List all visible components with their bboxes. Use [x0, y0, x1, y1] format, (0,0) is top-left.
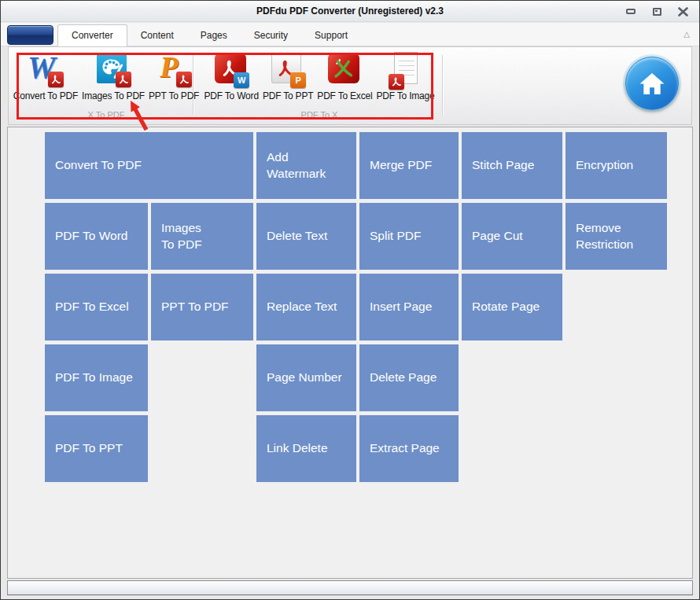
pdf-red-icon [328, 53, 359, 83]
tab-strip: ConverterContentPagesSecuritySupport [57, 24, 361, 46]
tool-convert-to-pdf[interactable]: WConvert To PDF [13, 52, 78, 101]
tab-security[interactable]: Security [241, 24, 301, 46]
window-title: PDFdu PDF Converter (Unregistered) v2.3 [1, 1, 699, 22]
grid-button-merge-pdf[interactable]: Merge PDF [359, 132, 459, 199]
tool-label: PPT To PDF [149, 90, 199, 101]
images-to-pdf-icon [95, 52, 131, 90]
minimize-icon [626, 9, 636, 14]
word-to-pdf-icon: W [28, 52, 64, 90]
pdf-badge-icon [116, 72, 131, 87]
restore-icon [653, 8, 661, 16]
status-bar [7, 580, 693, 595]
tab-converter[interactable]: Converter [57, 24, 127, 46]
grid-button-insert-page[interactable]: Insert Page [359, 274, 459, 340]
grid-button-images-to-pdf[interactable]: Images To PDF [151, 203, 253, 270]
group-label: PDF To X [199, 110, 440, 120]
ribbon-toolbar: WConvert To PDFImages To PDFPPPT To PDFX… [8, 46, 692, 125]
title-bar: PDFdu PDF Converter (Unregistered) v2.3 [1, 1, 699, 22]
pdf-to-excel-icon [326, 52, 363, 90]
grid-button-stitch-page[interactable]: Stitch Page [462, 132, 562, 199]
tool-label: Convert To PDF [13, 90, 78, 101]
pdf-to-ppt-icon: P [270, 52, 306, 90]
grid-button-ppt-to-pdf[interactable]: PPT To PDF [151, 274, 253, 340]
tab-support[interactable]: Support [301, 24, 361, 46]
restore-button[interactable] [650, 6, 664, 17]
grid-button-remove-restriction[interactable]: Remove Restriction [566, 203, 667, 270]
tool-pdf-to-excel[interactable]: PDF To Excel [317, 52, 372, 101]
minimize-button[interactable] [624, 6, 638, 17]
grid-button-rotate-page[interactable]: Rotate Page [462, 274, 562, 340]
ribbon-tools: WConvert To PDFImages To PDFPPPT To PDF [17, 52, 196, 101]
main-panel: Convert To PDFAdd WatermarkMerge PDFStit… [7, 127, 693, 579]
grid-button-delete-text[interactable]: Delete Text [256, 203, 356, 270]
grid-button-pdf-to-word[interactable]: PDF To Word [45, 203, 148, 270]
group-label: X To PDF [17, 110, 196, 120]
grid-button-convert-to-pdf[interactable]: Convert To PDF [45, 132, 253, 199]
powerpoint-p-icon: P [160, 50, 178, 84]
ppt-badge-icon: P [290, 72, 306, 88]
grid-button-page-cut[interactable]: Page Cut [462, 203, 562, 270]
home-button[interactable] [625, 57, 679, 110]
close-icon [678, 7, 688, 17]
tool-label: Images To PDF [82, 90, 145, 101]
grid-button-pdf-to-image[interactable]: PDF To Image [45, 344, 148, 411]
ribbon-tools: WPDF To WordPPDF To PPTPDF To ExcelPDF T… [199, 52, 440, 101]
grid-button-encryption[interactable]: Encryption [566, 132, 667, 199]
tool-pdf-to-word[interactable]: WPDF To Word [204, 52, 258, 101]
tool-label: PDF To PPT [263, 90, 313, 101]
tool-pdf-to-ppt[interactable]: PPDF To PPT [263, 52, 313, 101]
word-badge-icon: W [234, 72, 249, 88]
tool-label: PDF To Excel [317, 90, 372, 101]
ribbon-group-pdf-to-x: WPDF To WordPPDF To PPTPDF To ExcelPDF T… [199, 52, 440, 121]
tab-content[interactable]: Content [127, 24, 187, 46]
tool-images-to-pdf[interactable]: Images To PDF [82, 52, 145, 101]
home-icon [638, 72, 666, 96]
tool-pdf-to-image[interactable]: PDF To Image [376, 52, 434, 101]
pdf-badge-icon [48, 72, 64, 87]
tool-label: PDF To Word [204, 90, 258, 101]
file-orb-button[interactable] [7, 25, 53, 45]
function-grid: Convert To PDFAdd WatermarkMerge PDFStit… [45, 132, 667, 482]
excel-swoosh-icon [332, 57, 356, 80]
tab-pages[interactable]: Pages [187, 24, 241, 46]
tool-label: PDF To Image [376, 90, 434, 101]
grid-button-replace-text[interactable]: Replace Text [256, 274, 356, 340]
window-controls [624, 6, 690, 17]
grid-button-pdf-to-excel[interactable]: PDF To Excel [45, 274, 148, 340]
tool-ppt-to-pdf[interactable]: PPPT To PDF [149, 52, 199, 101]
tab-bar: ConverterContentPagesSecuritySupport △ [1, 23, 699, 46]
pdf-badge-icon [389, 74, 404, 90]
grid-button-extract-page[interactable]: Extract Page [359, 415, 459, 482]
ppt-to-pdf-icon: P [156, 52, 192, 90]
app-window: PDFdu PDF Converter (Unregistered) v2.3 … [0, 0, 700, 600]
pdf-badge-icon [176, 72, 192, 87]
grid-button-split-pdf[interactable]: Split PDF [359, 203, 459, 270]
ribbon-group-x-to-pdf: WConvert To PDFImages To PDFPPPT To PDFX… [17, 52, 196, 121]
close-button[interactable] [676, 6, 690, 17]
grid-button-add-watermark[interactable]: Add Watermark [256, 132, 356, 199]
pdf-to-word-icon: W [213, 52, 249, 90]
grid-button-page-number[interactable]: Page Number [256, 344, 356, 411]
collapse-ribbon-icon[interactable]: △ [683, 30, 690, 39]
grid-button-link-delete[interactable]: Link Delete [256, 415, 356, 482]
grid-button-delete-page[interactable]: Delete Page [359, 344, 459, 411]
grid-button-pdf-to-ppt[interactable]: PDF To PPT [45, 415, 148, 482]
pdf-to-image-icon [387, 52, 423, 90]
